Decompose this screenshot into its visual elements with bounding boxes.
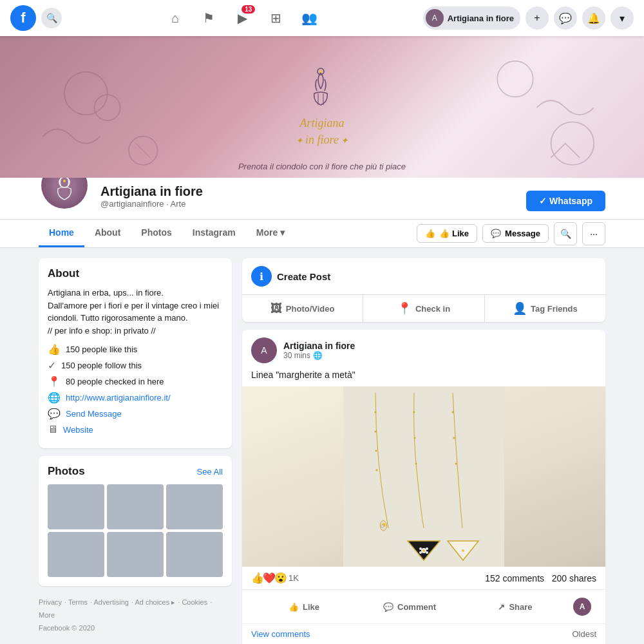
svg-point-25 [459,547,461,550]
photo-thumb-2[interactable] [107,484,164,529]
more-options-button[interactable]: ··· [582,222,605,245]
brand-line1: Artigiana [299,117,344,129]
comment-button[interactable]: 💬 Comment [357,592,462,621]
svg-point-24 [462,549,464,552]
tab-photos[interactable]: Photos [131,220,182,247]
photo-thumb-4[interactable] [48,532,104,577]
tag-friends-button[interactable]: 👤 Tag Friends [485,295,605,322]
reaction-icons: 👍 ❤️ 😮 [251,572,286,584]
main-content: About Artigiana in erba, ups... in fiore… [0,248,644,644]
cover-image: Artigiana ✦ in fiore ✦ Prenota il ciondo… [0,36,644,178]
post-header: A Artigiana in fiore 30 mins 🌐 [242,330,605,367]
about-description: Artigiana in erba, ups... in fiore.Dall'… [48,287,223,337]
reaction-count: 1K [289,573,299,583]
comment-count: 152 comments [485,573,544,583]
ad-choices-link[interactable]: Ad choices ▸ [135,598,175,606]
nav-left: f 🔍 [10,5,62,31]
tag-icon: 👤 [513,301,527,316]
photo-icon: 🖼 [270,302,282,316]
photos-title: Photos [48,465,85,478]
tab-more[interactable]: More ▾ [246,220,295,247]
svg-point-17 [422,549,425,552]
check-in-button[interactable]: 📍 Check in [363,295,484,322]
message-icon: 💬 [48,408,61,420]
post-image-svg [242,386,605,567]
svg-point-33 [413,412,415,413]
page-handle: @artigianainfiore · Arte [100,199,203,209]
photo-thumb-5[interactable] [107,532,164,577]
post-stats: 👍 ❤️ 😮 1K 152 comments 200 shares [242,567,605,590]
tab-home[interactable]: Home [39,220,84,247]
svg-point-35 [415,463,417,465]
add-button[interactable]: + [526,6,549,30]
like-button[interactable]: 👍 Like [251,592,357,621]
sort-comments[interactable]: Oldest [572,629,596,639]
notification-badge: 13 [242,5,255,14]
create-post-header: ℹ Create Post [242,258,605,295]
post-text: Linea "margherite a metà" [242,367,605,386]
tabs-left: Home About Photos Instagram More ▾ [39,220,295,247]
like-page-button[interactable]: 👍 👍 Like [417,224,477,243]
more-link[interactable]: More [39,611,55,619]
svg-point-9 [63,180,66,182]
website-link[interactable]: http://www.artigianainfiore.it/ [66,393,171,402]
about-send-message[interactable]: 💬 Send Message [48,408,223,420]
footer-nav: Privacy· Terms· Advertising· Ad choices … [39,596,232,622]
post-card: A Artigiana in fiore 30 mins 🌐 Linea "ma… [242,330,605,644]
see-all-photos[interactable]: See All [197,467,223,477]
video-nav-button[interactable]: ▶ 13 [227,3,258,33]
profile-section: Artigiana in fiore @artigianainfiore · A… [0,178,644,220]
dropdown-button[interactable]: ▾ [611,6,634,30]
privacy-link[interactable]: Privacy [39,598,62,606]
view-comments[interactable]: View comments [251,629,310,639]
photos-card: Photos See All [39,456,232,586]
svg-point-18 [419,547,422,550]
nav-right: A Artigiana in fiore + 💬 🔔 ▾ [423,6,634,30]
marketplace-nav-button[interactable]: ⊞ [260,3,291,33]
post-time: 30 mins 🌐 [283,351,596,360]
website-icon: 🖥 [48,424,58,435]
comments-header: View comments Oldest [251,629,596,639]
about-website-item[interactable]: 🖥 Website [48,424,223,435]
cookies-link[interactable]: Cookies [182,598,207,606]
about-card: About Artigiana in erba, ups... in fiore… [39,258,232,448]
right-column: ℹ Create Post 🖼 Photo/Video 📍 Check in 👤… [242,258,605,644]
info-icon: ℹ [251,266,272,287]
photo-thumb-1[interactable] [48,484,104,529]
search-page-button[interactable]: 🔍 [554,222,577,245]
svg-point-27 [459,551,461,554]
avatar: A [426,9,444,27]
reactions: 👍 ❤️ 😮 1K [251,572,299,584]
advertising-link[interactable]: Advertising [93,598,128,606]
reaction-picker-button[interactable]: A [568,592,596,621]
flag-nav-button[interactable]: ⚑ [193,3,224,33]
photo-thumb-3[interactable] [166,484,223,529]
photo-video-button[interactable]: 🖼 Photo/Video [242,295,363,322]
heart-emoji: ❤️ [263,572,276,584]
home-nav-button[interactable]: ⌂ [160,3,191,33]
profile-info: Artigiana in fiore @artigianainfiore · A… [100,184,203,211]
top-navigation: f 🔍 ⌂ ⚑ ▶ 13 ⊞ 👥 A Artigiana in fiore + … [0,0,644,36]
svg-point-21 [426,551,428,554]
message-button[interactable]: 💬 Message [482,224,549,243]
svg-point-0 [64,72,108,115]
share-button[interactable]: ↗ Share [462,592,568,621]
groups-nav-button[interactable]: 👥 [294,3,325,33]
messenger-button[interactable]: 💬 [554,6,577,30]
profile-button[interactable]: A Artigiana in fiore [423,6,520,30]
nav-center: ⌂ ⚑ ▶ 13 ⊞ 👥 [160,3,325,33]
tab-about[interactable]: About [84,220,131,247]
brand-logo-svg [303,66,341,111]
tab-instagram[interactable]: Instagram [182,220,246,247]
terms-link[interactable]: Terms [68,598,88,606]
svg-point-30 [375,431,377,433]
svg-point-37 [453,437,455,439]
svg-point-19 [426,547,428,550]
whatsapp-button[interactable]: ✓ Whatsapp [526,191,605,211]
tabs-right: 👍 👍 Like 💬 Message 🔍 ··· [417,222,605,245]
search-button[interactable]: 🔍 [41,8,62,28]
brand-logo-area: Artigiana ✦ in fiore ✦ [296,66,349,148]
svg-point-5 [551,122,594,165]
notifications-button[interactable]: 🔔 [582,6,605,30]
photo-thumb-6[interactable] [166,532,223,577]
